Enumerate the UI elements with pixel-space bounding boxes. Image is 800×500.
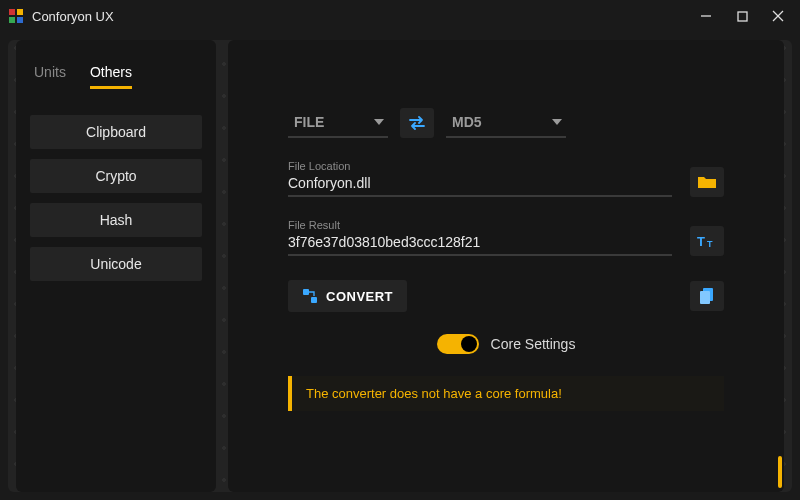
browse-file-button[interactable] — [690, 167, 724, 197]
source-type-label: FILE — [294, 114, 324, 130]
file-result-row: File Result 3f76e37d03810bed3ccc128f21 T… — [288, 219, 724, 256]
sidebar-item-unicode[interactable]: Unicode — [30, 247, 202, 281]
minimize-icon — [700, 10, 712, 22]
warning-banner: The converter does not have a core formu… — [288, 376, 724, 411]
swap-icon — [408, 116, 426, 130]
file-result-label: File Result — [288, 219, 672, 231]
sidebar: Units Others Clipboard Crypto Hash Unico… — [16, 40, 216, 492]
svg-rect-5 — [738, 12, 747, 21]
convert-icon — [302, 288, 318, 304]
app-window: Conforyon UX Units Others Clipboard Cryp… — [0, 0, 800, 500]
tab-units[interactable]: Units — [34, 58, 66, 89]
window-close-button[interactable] — [760, 2, 796, 30]
warning-text: The converter does not have a core formu… — [306, 386, 562, 401]
scrollbar-thumb[interactable] — [778, 456, 782, 488]
folder-icon — [697, 174, 717, 190]
file-location-row: File Location Conforyon.dll — [288, 160, 724, 197]
close-icon — [772, 10, 784, 22]
sidebar-item-hash[interactable]: Hash — [30, 203, 202, 237]
app-icon — [8, 8, 24, 24]
toggle-knob — [461, 336, 477, 352]
file-result-value: 3f76e37d03810bed3ccc128f21 — [288, 234, 672, 250]
file-location-field[interactable]: File Location Conforyon.dll — [288, 160, 672, 197]
maximize-icon — [737, 11, 748, 22]
sidebar-item-crypto[interactable]: Crypto — [30, 159, 202, 193]
app-title: Conforyon UX — [32, 9, 688, 24]
sidebar-items: Clipboard Crypto Hash Unicode — [30, 115, 202, 281]
svg-rect-10 — [303, 289, 309, 295]
core-settings-row: Core Settings — [288, 334, 724, 354]
convert-button[interactable]: CONVERT — [288, 280, 407, 312]
app-body: Units Others Clipboard Crypto Hash Unico… — [0, 32, 800, 500]
file-location-value: Conforyon.dll — [288, 175, 672, 191]
titlebar: Conforyon UX — [0, 0, 800, 32]
svg-rect-13 — [700, 291, 710, 304]
svg-rect-2 — [9, 17, 15, 23]
tab-others[interactable]: Others — [90, 58, 132, 89]
text-icon: T T — [697, 233, 717, 249]
convert-label: CONVERT — [326, 289, 393, 304]
svg-text:T: T — [707, 239, 713, 249]
sidebar-item-clipboard[interactable]: Clipboard — [30, 115, 202, 149]
file-location-label: File Location — [288, 160, 672, 172]
window-maximize-button[interactable] — [724, 2, 760, 30]
text-format-button[interactable]: T T — [690, 226, 724, 256]
sidebar-tabs: Units Others — [30, 58, 202, 97]
target-type-dropdown[interactable]: MD5 — [446, 108, 566, 138]
svg-rect-1 — [17, 9, 23, 15]
svg-text:T: T — [697, 234, 705, 249]
copy-button[interactable] — [690, 281, 724, 311]
conversion-row: FILE MD5 — [288, 108, 724, 138]
target-type-label: MD5 — [452, 114, 482, 130]
svg-rect-3 — [17, 17, 23, 23]
copy-icon — [699, 287, 715, 305]
convert-row: CONVERT — [288, 280, 724, 312]
file-result-field[interactable]: File Result 3f76e37d03810bed3ccc128f21 — [288, 219, 672, 256]
chevron-down-icon — [374, 119, 384, 125]
window-minimize-button[interactable] — [688, 2, 724, 30]
main-panel: FILE MD5 File Location C — [228, 40, 784, 492]
svg-rect-0 — [9, 9, 15, 15]
swap-button[interactable] — [400, 108, 434, 138]
core-settings-label: Core Settings — [491, 336, 576, 352]
chevron-down-icon — [552, 119, 562, 125]
svg-rect-11 — [311, 297, 317, 303]
source-type-dropdown[interactable]: FILE — [288, 108, 388, 138]
core-settings-toggle[interactable] — [437, 334, 479, 354]
